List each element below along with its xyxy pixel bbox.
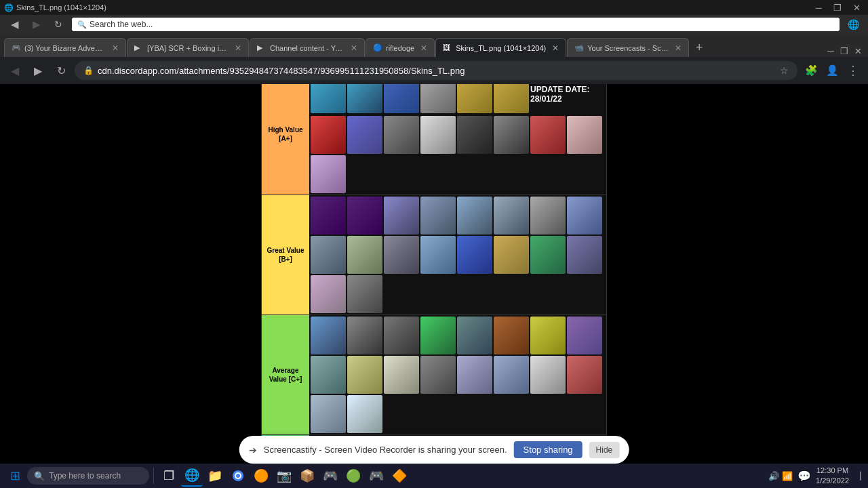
tier-cell <box>494 356 529 394</box>
address-bar[interactable]: 🔒 ☆ <box>75 61 797 80</box>
window-title: 🌐 Skins_TL.png (1041×1204) <box>4 3 106 12</box>
tier-cell <box>347 84 382 113</box>
screencastify-arrow: ➔ <box>249 445 257 455</box>
screencastify-notification-bar: ➔ Screencastify - Screen Video Recorder … <box>239 436 629 464</box>
tier-cell <box>311 395 346 433</box>
taskbar-icon-2[interactable]: 📷 <box>273 465 295 487</box>
show-desktop-button[interactable]: ▕ <box>852 467 864 485</box>
reload-nav-button[interactable]: ↻ <box>52 61 71 80</box>
tab-close-rifledoge[interactable]: ✕ <box>420 43 427 53</box>
minimize-button[interactable]: ─ <box>811 2 826 13</box>
tier-cell <box>347 197 382 235</box>
tab-favicon-channel: ▶ <box>257 43 267 53</box>
forward-button[interactable]: ▶ <box>27 15 46 34</box>
browser-chrome: 🌐 Skins_TL.png (1041×1204) ─ ❐ ✕ ◀ ▶ ↻ 🔍… <box>0 0 868 84</box>
tier-cells-c <box>309 315 606 434</box>
taskbar-icon-1[interactable]: 🟠 <box>250 465 272 487</box>
tier-cell <box>311 236 346 274</box>
tab-bar-minimize[interactable]: ─ <box>825 45 837 57</box>
tier-cell <box>530 197 566 235</box>
tab-skins-tl[interactable]: 🖼 Skins_TL.png (1041×1204) ✕ <box>435 38 566 57</box>
profile-icon[interactable]: 👤 <box>823 61 842 80</box>
start-button[interactable]: ⊞ <box>4 465 26 487</box>
tab-bar-close[interactable]: ✕ <box>852 45 864 57</box>
stop-sharing-button[interactable]: Stop sharing <box>514 441 583 458</box>
main-content-area: Skins Tierlist by Withered and Yoshobo#0… <box>0 84 868 483</box>
tier-cell <box>347 116 382 154</box>
taskbar-edge[interactable]: 🌐 <box>181 465 203 487</box>
tab-close-channel[interactable]: ✕ <box>351 43 357 53</box>
tier-cell <box>494 84 529 113</box>
tier-cell <box>311 84 346 113</box>
tab-close-scr[interactable]: ✕ <box>235 43 241 53</box>
ie-search-row: ◀ ▶ ↻ 🔍 🌐 <box>0 15 868 34</box>
taskbar-search-icon: 🔍 <box>34 471 45 481</box>
tier-cell <box>457 116 492 154</box>
url-input[interactable] <box>98 66 776 76</box>
taskbar-task-view[interactable]: ❐ <box>158 465 180 487</box>
reload-button[interactable]: ↻ <box>49 15 68 34</box>
tier-cell <box>347 356 382 394</box>
tab-close-yba[interactable]: ✕ <box>112 43 119 53</box>
tab-bar: 🎮 (3) Your Bizarre Adventure - ... ✕ ▶ [… <box>0 34 868 57</box>
tier-cell <box>347 275 382 313</box>
tier-cell <box>420 317 456 354</box>
taskbar-system-tray: 🔊 📶 💬 12:30 PM 1/29/2022 ▕ <box>768 466 864 487</box>
bookmark-icon[interactable]: ☆ <box>780 65 789 76</box>
taskbar-icon-5[interactable]: 🔶 <box>389 465 410 487</box>
tier-cell <box>420 236 456 274</box>
taskbar-icon-4[interactable]: 🎮 <box>366 465 387 487</box>
forward-nav-button[interactable]: ▶ <box>28 61 47 80</box>
tier-cell <box>384 236 419 274</box>
new-tab-button[interactable]: + <box>690 38 709 57</box>
tab-close-screencasts[interactable]: ✕ <box>675 43 682 53</box>
tab-close-skins[interactable]: ✕ <box>552 43 559 53</box>
tier-cell <box>567 356 602 394</box>
tab-favicon-yba: 🎮 <box>12 43 21 53</box>
tab-channel[interactable]: ▶ Channel content - YouTube ... ✕ <box>250 38 365 57</box>
tier-cell <box>420 84 456 113</box>
taskbar-icon-3[interactable]: 🟢 <box>342 465 364 487</box>
tier-cell <box>567 116 602 154</box>
tier-cells-a-top: UPDATE DATE: 28/01/22 <box>309 84 606 115</box>
hide-button[interactable]: Hide <box>589 442 620 458</box>
window-controls[interactable]: ─ ❐ ✕ <box>811 2 864 13</box>
search-input[interactable] <box>90 20 834 29</box>
tier-cell <box>384 356 419 394</box>
tier-cell <box>384 197 419 235</box>
tab-favicon-screencasts: 📹 <box>574 43 584 53</box>
tier-cells-a-bottom <box>309 115 606 195</box>
ie-icon: 🌐 <box>844 15 863 34</box>
menu-icon[interactable]: ⋮ <box>844 61 863 80</box>
taskbar-file-explorer[interactable]: 📁 <box>204 465 226 487</box>
system-tray-icons: 🔊 📶 <box>768 471 793 481</box>
omnibar-row: ◀ ▶ ↻ 🔒 ☆ 🧩 👤 ⋮ <box>0 57 868 84</box>
tab-yba[interactable]: 🎮 (3) Your Bizarre Adventure - ... ✕ <box>4 38 126 57</box>
restore-button[interactable]: ❐ <box>830 2 845 13</box>
tier-cell <box>311 356 346 394</box>
taskbar-dropbox[interactable]: 📦 <box>296 465 318 487</box>
tier-cell <box>530 116 566 154</box>
tier-cell <box>530 356 566 394</box>
tier-cell <box>457 317 492 354</box>
tab-rifledoge[interactable]: 🔵 rifledoge ✕ <box>366 38 435 57</box>
tierlist-image: Skins Tierlist by Withered and Yoshobo#0… <box>261 84 607 483</box>
tier-row-a: High Value [A+] UPDATE DATE: 28/01/22 <box>262 84 606 195</box>
tab-bar-restore[interactable]: ❐ <box>838 45 850 57</box>
extensions-icon[interactable]: 🧩 <box>802 61 821 80</box>
tab-scr[interactable]: ▶ [YBA] SCR + Boxing in Steel ... ✕ <box>127 38 249 57</box>
tier-cell <box>420 356 456 394</box>
tier-cell <box>494 236 529 274</box>
tier-row-b: Great Value [B+] <box>262 195 606 315</box>
taskbar-search[interactable]: 🔍 Type here to search <box>27 467 149 485</box>
close-button[interactable]: ✕ <box>849 2 864 13</box>
back-button[interactable]: ◀ <box>5 15 24 34</box>
taskbar-steam[interactable]: 🎮 <box>319 465 341 487</box>
tier-cell <box>311 275 346 313</box>
tab-favicon-scr: ▶ <box>134 43 144 53</box>
notification-button[interactable]: 💬 <box>795 467 813 485</box>
tab-screencasts[interactable]: 📹 Your Screencasts - Screencas... ✕ <box>567 38 689 57</box>
back-nav-button[interactable]: ◀ <box>5 61 24 80</box>
tier-cell <box>347 395 382 433</box>
taskbar-chrome[interactable] <box>227 465 249 487</box>
